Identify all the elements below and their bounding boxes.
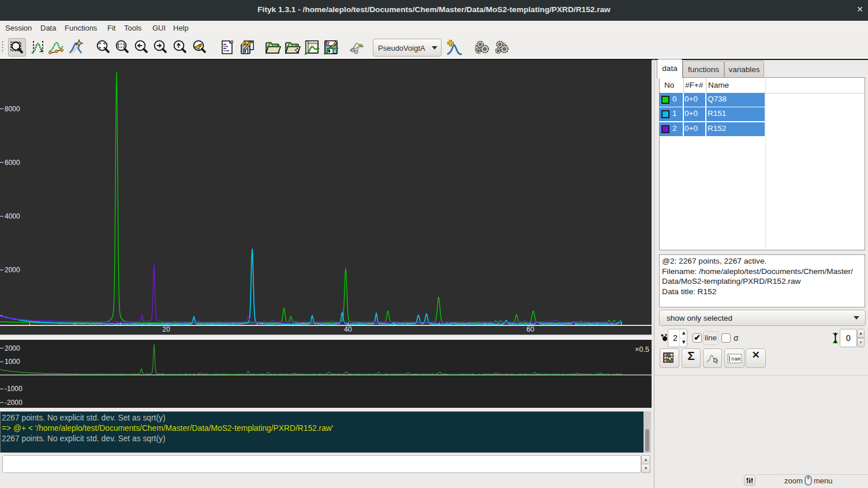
svg-text:60: 60 (526, 325, 534, 333)
svg-text:-1000: -1000 (5, 385, 23, 393)
svg-text:2000: 2000 (5, 266, 20, 274)
svg-text:×0.5: ×0.5 (635, 346, 649, 354)
svg-text:6000: 6000 (5, 159, 20, 167)
svg-text:40: 40 (344, 325, 352, 333)
svg-text:-2000: -2000 (5, 399, 23, 407)
svg-text:2000: 2000 (5, 344, 20, 352)
svg-text:20: 20 (162, 325, 170, 333)
svg-text:4000: 4000 (5, 212, 20, 220)
svg-text:nam: nam (731, 356, 740, 362)
svg-text:1000: 1000 (5, 358, 20, 366)
svg-text:8000: 8000 (5, 105, 20, 113)
